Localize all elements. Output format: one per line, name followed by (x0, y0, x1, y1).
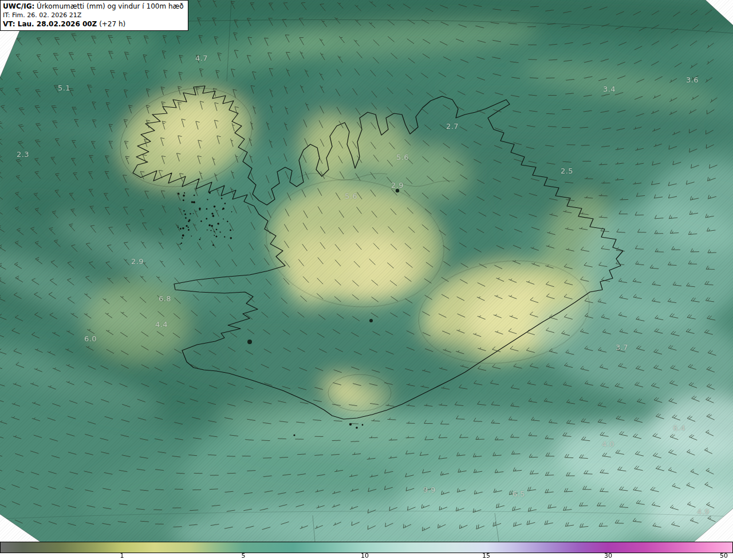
colorbar-gradient (0, 542, 733, 553)
map-canvas (0, 0, 733, 542)
init-time: IT: Fim. 26. 02. 2026 21Z (3, 11, 184, 19)
colorbar-ticks: 1510153050 (0, 553, 733, 560)
valid-time: VT: Lau. 28.02.2026 00Z (3, 20, 97, 28)
title-line: UWC/IG: Úrkomumætti (mm) og vindur í 100… (3, 2, 184, 11)
colorbar: 1510153050 (0, 542, 733, 560)
valid-time-line: VT: Lau. 28.02.2026 00Z (+27 h) (3, 19, 184, 29)
map-title: Úrkomumætti (mm) og vindur í 100m hæð (34, 2, 183, 10)
colorbar-tick-label: 5 (242, 553, 246, 559)
model-id: UWC/IG: (3, 2, 34, 10)
weather-map-page: 4.75.13.63.42.72.35.62.52.95.62.96.84.46… (0, 0, 733, 560)
title-box: UWC/IG: Úrkomumætti (mm) og vindur í 100… (0, 0, 188, 31)
colorbar-tick-label: 30 (604, 553, 612, 559)
colorbar-tick-label: 10 (361, 553, 369, 559)
colorbar-tick-label: 1 (120, 553, 124, 559)
colorbar-tick-label: 15 (482, 553, 490, 559)
colorbar-tick-label: 50 (720, 553, 728, 559)
lead-time: (+27 h) (97, 20, 125, 28)
